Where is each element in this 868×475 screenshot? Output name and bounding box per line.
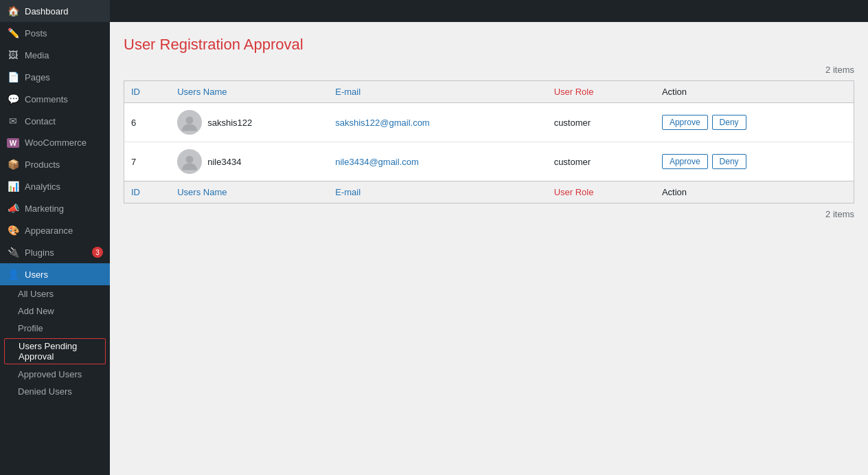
analytics-icon: 📊 [7,181,19,192]
marketing-icon: 📣 [7,203,19,214]
appearance-icon: 🎨 [7,225,19,236]
top-bar [110,0,868,22]
cell-action: Approve Deny [655,103,854,142]
page-content: User Registration Approval 2 items ID Us… [110,22,868,475]
sidebar-item-appearance[interactable]: 🎨 Appearance [0,219,110,241]
sidebar-item-contact[interactable]: ✉ Contact [0,110,110,132]
deny-button[interactable]: Deny [712,154,746,169]
data-table: ID Users Name E-mail User Role Action 6 [124,80,854,203]
comments-icon: 💬 [7,93,19,104]
media-icon: 🖼 [7,49,19,60]
page-title: User Registration Approval [124,36,854,54]
sidebar-item-label: Marketing [25,203,103,214]
email-link[interactable]: nile3434@gmail.com [335,157,419,167]
sidebar-item-pages[interactable]: 📄 Pages [0,66,110,88]
table-footer-row: ID Users Name E-mail User Role Action [124,181,854,203]
approve-button[interactable]: Approve [662,115,708,130]
woocommerce-icon: W [7,138,19,148]
table-body: 6 sakshis122 [124,103,854,181]
sidebar-item-label: Users [25,269,103,280]
sidebar-subitem-add-new[interactable]: Add New [0,302,110,320]
svg-point-1 [186,155,194,163]
table-row: 6 sakshis122 [124,103,854,142]
main-content: User Registration Approval 2 items ID Us… [110,0,868,475]
products-icon: 📦 [7,159,19,170]
sidebar-subitem-all-users[interactable]: All Users [0,285,110,302]
svg-point-0 [186,116,194,124]
sidebar-subitem-approved-users[interactable]: Approved Users [0,366,110,383]
cell-role: customer [547,142,655,181]
sidebar: 🏠 Dashboard ✏️ Posts 🖼 Media 📄 Pages 💬 C… [0,0,110,475]
cell-email: nile3434@gmail.com [328,142,547,181]
item-count-top: 2 items [124,65,854,75]
table-row: 7 nile3434 ni [124,142,854,181]
dashboard-icon: 🏠 [7,5,19,16]
col-header-id: ID [124,81,171,103]
col-footer-email: E-mail [328,181,547,203]
col-header-user-role: User Role [547,81,655,103]
cell-username: nile3434 [170,142,328,181]
users-submenu: All Users Add New Profile Users Pending … [0,285,110,400]
sidebar-item-dashboard[interactable]: 🏠 Dashboard [0,0,110,22]
plugins-icon: 🔌 [7,247,19,258]
sidebar-item-label: Pages [25,72,103,82]
cell-action: Approve Deny [655,142,854,181]
sidebar-item-analytics[interactable]: 📊 Analytics [0,175,110,197]
cell-id: 6 [124,103,171,142]
sidebar-subitem-users-pending-approval[interactable]: Users Pending Approval [4,338,106,364]
sidebar-subitem-denied-users[interactable]: Denied Users [0,383,110,400]
username-text: sakshis122 [207,118,252,128]
sidebar-item-label: Media [25,50,103,60]
sidebar-subitem-profile[interactable]: Profile [0,320,110,337]
sidebar-item-plugins[interactable]: 🔌 Plugins 3 [0,241,110,263]
sidebar-item-label: Comments [25,94,103,104]
email-link[interactable]: sakshis122@gmail.com [335,118,429,128]
avatar [177,110,202,135]
cell-id: 7 [124,142,171,181]
sidebar-item-label: Appearance [25,225,103,236]
pages-icon: 📄 [7,71,19,82]
sidebar-item-label: Posts [25,28,103,38]
deny-button[interactable]: Deny [712,115,746,130]
sidebar-item-label: WooCommerce [25,137,103,148]
sidebar-item-label: Dashboard [25,6,103,16]
sidebar-item-marketing[interactable]: 📣 Marketing [0,197,110,219]
sidebar-item-label: Analytics [25,181,103,192]
sidebar-item-woocommerce[interactable]: W WooCommerce [0,132,110,153]
sidebar-item-label: Plugins [25,247,87,258]
item-count-bottom: 2 items [124,209,854,219]
cell-username: sakshis122 [170,103,328,142]
sidebar-item-users[interactable]: 👤 Users [0,263,110,285]
contact-icon: ✉ [7,115,19,126]
sidebar-item-label: Products [25,159,103,170]
sidebar-item-media[interactable]: 🖼 Media [0,44,110,66]
col-footer-users-name: Users Name [170,181,328,203]
sidebar-item-products[interactable]: 📦 Products [0,153,110,175]
col-footer-id: ID [124,181,171,203]
users-icon: 👤 [7,269,19,280]
plugins-badge: 3 [92,247,103,258]
col-header-users-name: Users Name [170,81,328,103]
col-header-email: E-mail [328,81,547,103]
avatar [177,149,202,174]
col-footer-action: Action [655,181,854,203]
approve-button[interactable]: Approve [662,154,708,169]
cell-email: sakshis122@gmail.com [328,103,547,142]
cell-role: customer [547,103,655,142]
sidebar-item-posts[interactable]: ✏️ Posts [0,22,110,44]
col-footer-user-role: User Role [547,181,655,203]
table-header-row: ID Users Name E-mail User Role Action [124,81,854,103]
posts-icon: ✏️ [7,27,19,38]
sidebar-item-comments[interactable]: 💬 Comments [0,88,110,110]
sidebar-item-label: Contact [25,116,103,126]
col-header-action: Action [655,81,854,103]
username-text: nile3434 [207,157,241,167]
